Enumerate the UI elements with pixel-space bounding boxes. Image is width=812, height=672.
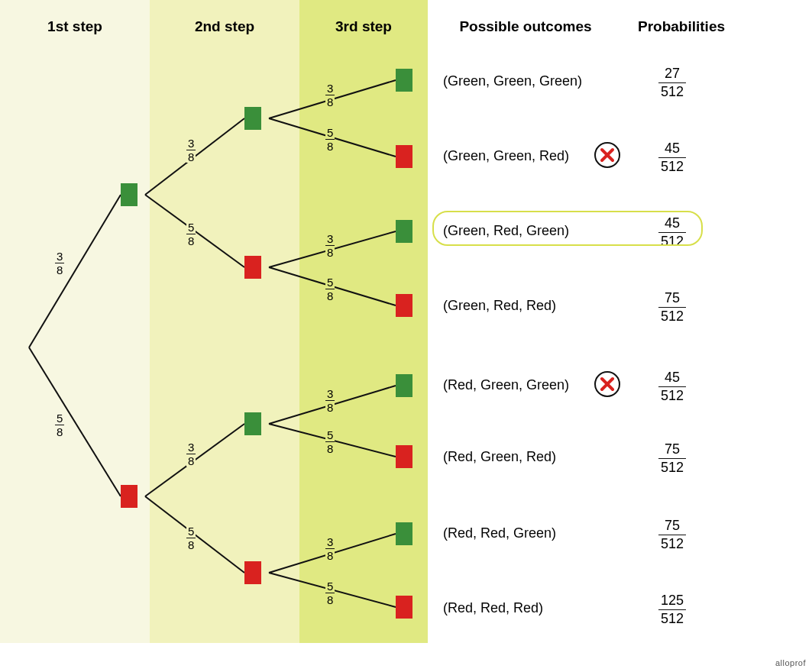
edge-prob: 38 [186,137,196,163]
cross-icon [594,142,620,168]
highlight-ring [432,211,703,246]
node-step3-green [396,522,412,545]
outcome-label: (Red, Red, Red) [443,600,623,616]
node-step1-red [121,485,137,508]
outcome-prob: 75512 [634,441,710,476]
node-step3-red [396,596,412,619]
column-step1: 1st step [0,0,150,643]
watermark: alloprof [775,658,806,667]
column-outcomes: Possible outcomes [428,0,623,643]
node-step2-red [244,256,261,279]
column-step3: 3rd step [299,0,428,643]
edge-prob: 38 [186,441,196,467]
outcome-prob: 27512 [634,66,710,100]
header-step2: 2nd step [195,0,254,46]
edge-prob: 58 [325,580,335,606]
edge-prob: 58 [186,221,196,247]
outcome-label: (Green, Green, Green) [443,73,623,89]
edge-prob: 38 [325,536,335,561]
cross-icon [594,371,620,397]
column-step2: 2nd step [150,0,299,643]
header-step3: 3rd step [335,0,392,46]
header-probabilities: Probabilities [638,0,725,46]
edge-prob: 58 [325,127,335,152]
edge-prob: 58 [186,525,196,551]
edge-prob: 58 [325,276,335,302]
header-step1: 1st step [47,0,102,46]
outcome-label: (Green, Red, Red) [443,298,623,314]
outcome-prob: 45512 [634,141,710,175]
node-step3-red [396,445,412,468]
node-step3-green [396,69,412,92]
edge-prob: 38 [325,233,335,258]
outcome-label: (Red, Green, Red) [443,449,623,465]
outcome-prob: 45512 [634,370,710,404]
outcome-label: (Red, Red, Green) [443,525,623,541]
node-step3-green [396,220,412,243]
node-step1-green [121,183,137,206]
outcome-prob: 75512 [634,518,710,552]
node-step3-red [396,294,412,317]
node-step2-green [244,412,261,435]
header-outcomes: Possible outcomes [459,0,591,46]
probability-tree-diagram: 1st step 2nd step 3rd step Possible outc… [0,0,812,672]
edge-prob: 38 [325,388,335,413]
edge-prob: 58 [55,412,64,438]
node-step3-red [396,145,412,168]
node-step2-red [244,561,261,584]
edge-prob: 58 [325,429,335,454]
node-step3-green [396,374,412,397]
node-step2-green [244,107,261,130]
outcome-prob: 75512 [634,290,710,325]
outcome-prob: 125512 [634,593,710,627]
edge-prob: 38 [55,250,64,276]
edge-prob: 38 [325,82,335,108]
